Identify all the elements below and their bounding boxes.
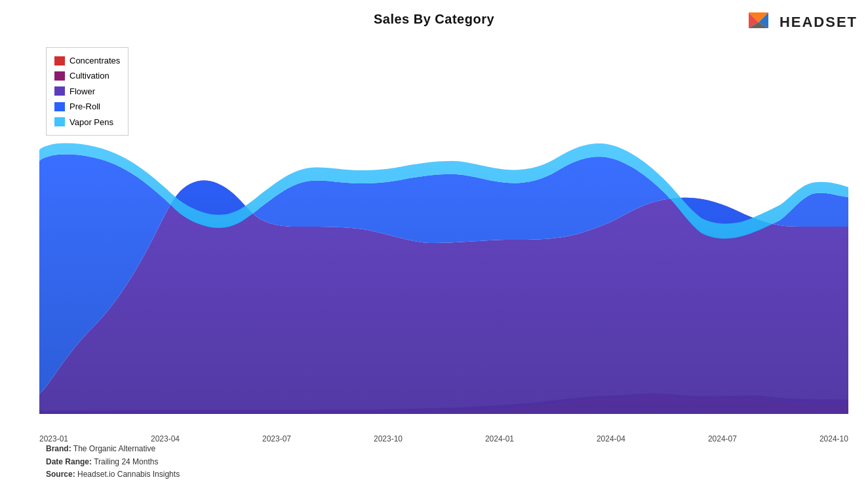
footer-source: Source: Headset.io Cannabis Insights xyxy=(46,468,180,481)
x-label-2: 2023-07 xyxy=(262,434,291,443)
x-label-3: 2023-10 xyxy=(374,434,403,443)
footer-brand: Brand: The Organic Alternative xyxy=(46,443,180,455)
footer-date-value: Trailing 24 Months xyxy=(94,457,158,466)
footer-source-label: Source: xyxy=(46,470,75,479)
x-label-5: 2024-04 xyxy=(597,434,625,443)
x-axis-labels: 2023-01 2023-04 2023-07 2023-10 2024-01 … xyxy=(39,434,848,443)
x-label-1: 2023-04 xyxy=(151,434,180,443)
chart-container: Sales By Category HEADSET Concentrates C… xyxy=(0,0,868,486)
x-label-0: 2023-01 xyxy=(39,434,68,443)
x-label-4: 2024-01 xyxy=(485,434,514,443)
footer-info: Brand: The Organic Alternative Date Rang… xyxy=(46,443,180,481)
footer-brand-label: Brand: xyxy=(46,444,71,453)
footer-date-range: Date Range: Trailing 24 Months xyxy=(46,456,180,468)
main-chart-svg xyxy=(39,39,848,421)
chart-area xyxy=(39,39,848,421)
footer-source-value: Headset.io Cannabis Insights xyxy=(77,470,180,479)
x-label-6: 2024-07 xyxy=(708,434,737,443)
headset-logo: HEADSET xyxy=(743,7,858,38)
x-label-7: 2024-10 xyxy=(819,434,848,443)
footer-date-label: Date Range: xyxy=(46,457,92,466)
headset-icon xyxy=(743,7,774,38)
chart-title: Sales By Category xyxy=(0,0,868,27)
footer-brand-value: The Organic Alternative xyxy=(73,444,155,453)
headset-brand-text: HEADSET xyxy=(779,14,858,31)
